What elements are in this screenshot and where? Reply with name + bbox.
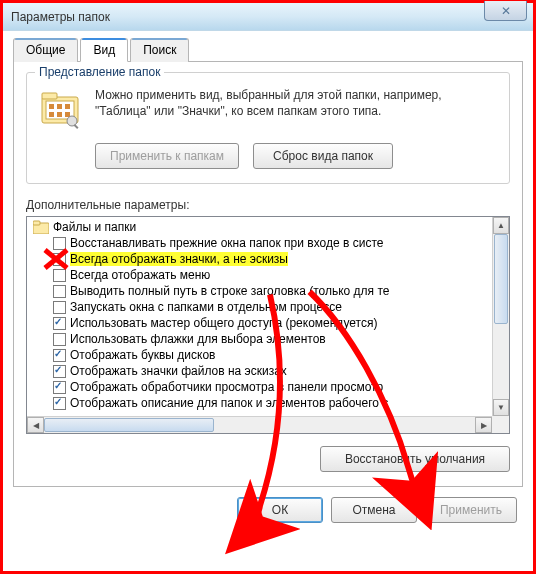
dialog-button-row: ОК Отмена Применить [3,487,533,537]
scroll-right-arrow[interactable]: ▶ [475,417,492,433]
checkbox[interactable] [53,349,66,362]
svg-rect-1 [42,93,57,99]
checkbox[interactable] [53,397,66,410]
tree-item-label: Использовать мастер общего доступа (реко… [70,316,377,330]
tree-item-label: Отображать описание для папок и элементо… [70,396,388,410]
group-description: Можно применить вид, выбранный для этой … [95,85,499,131]
scroll-up-arrow[interactable]: ▲ [493,217,509,234]
folder-views-icon [37,85,83,131]
tree-item[interactable]: Отображать описание для папок и элементо… [31,395,492,411]
tree-item[interactable]: Отображать значки файлов на эскизах [31,363,492,379]
svg-rect-10 [74,124,79,129]
horizontal-scroll-thumb[interactable] [44,418,214,432]
folder-view-group: Представление папок [26,72,510,184]
tab-general[interactable]: Общие [13,38,78,62]
tab-panel-view: Представление папок [13,62,523,487]
tree-item-label: Запускать окна с папками в отдельном про… [70,300,342,314]
tree-item-label: Отображать обработчики просмотра в панел… [70,380,383,394]
tree-item[interactable]: Восстанавливать прежние окна папок при в… [31,235,492,251]
tree-item[interactable]: Всегда отображать значки, а не эскизы [31,251,492,267]
checkbox[interactable] [53,381,66,394]
ok-button[interactable]: ОК [237,497,323,523]
svg-rect-12 [33,221,40,225]
group-title: Представление папок [35,65,164,79]
vertical-scrollbar[interactable]: ▲ ▼ [492,217,509,416]
svg-rect-5 [65,104,70,109]
scroll-down-arrow[interactable]: ▼ [493,399,509,416]
restore-defaults-button[interactable]: Восстановить умолчания [320,446,510,472]
tree-item[interactable]: Отображать обработчики просмотра в панел… [31,379,492,395]
tree-item[interactable]: Отображать буквы дисков [31,347,492,363]
svg-rect-7 [57,112,62,117]
tree-item-label: Отображать буквы дисков [70,348,215,362]
tree-item[interactable]: Всегда отображать меню [31,267,492,283]
svg-rect-4 [57,104,62,109]
svg-rect-3 [49,104,54,109]
horizontal-scrollbar[interactable]: ◀ ▶ [27,416,492,433]
checkbox[interactable] [53,237,66,250]
checkbox[interactable] [53,301,66,314]
tree-item[interactable]: Выводить полный путь в строке заголовка … [31,283,492,299]
tree-root-files-folders[interactable]: Файлы и папки [31,219,492,235]
apply-button[interactable]: Применить [425,497,517,523]
tree-item[interactable]: Использовать мастер общего доступа (реко… [31,315,492,331]
advanced-params-label: Дополнительные параметры: [26,198,510,212]
tree-item-label: Использовать флажки для выбора элементов [70,332,326,346]
checkbox[interactable] [53,333,66,346]
reset-folders-button[interactable]: Сброс вида папок [253,143,393,169]
checkbox[interactable] [53,317,66,330]
advanced-settings-tree[interactable]: Файлы и папки Восстанавливать прежние ок… [26,216,510,434]
tree-item-label: Выводить полный путь в строке заголовка … [70,284,389,298]
scroll-left-arrow[interactable]: ◀ [27,417,44,433]
folder-icon [33,220,49,234]
tab-search[interactable]: Поиск [130,38,189,62]
tab-strip: Общие Вид Поиск [13,37,523,62]
title-bar: Параметры папок [3,3,533,31]
vertical-scroll-thumb[interactable] [494,234,508,324]
checkbox[interactable] [53,365,66,378]
tree-item-label: Всегда отображать меню [70,268,210,282]
tree-item[interactable]: Использовать флажки для выбора элементов [31,331,492,347]
tab-view[interactable]: Вид [80,38,128,62]
cancel-button[interactable]: Отмена [331,497,417,523]
svg-rect-6 [49,112,54,117]
tree-item-label: Восстанавливать прежние окна папок при в… [70,236,383,250]
tree-item-label: Всегда отображать значки, а не эскизы [70,252,288,266]
checkbox[interactable] [53,269,66,282]
checkbox[interactable] [53,285,66,298]
close-button[interactable] [484,1,527,21]
checkbox[interactable] [53,253,66,266]
tree-item-label: Отображать значки файлов на эскизах [70,364,287,378]
tree-item[interactable]: Запускать окна с папками в отдельном про… [31,299,492,315]
window-title: Параметры папок [11,10,110,24]
apply-to-folders-button[interactable]: Применить к папкам [95,143,239,169]
